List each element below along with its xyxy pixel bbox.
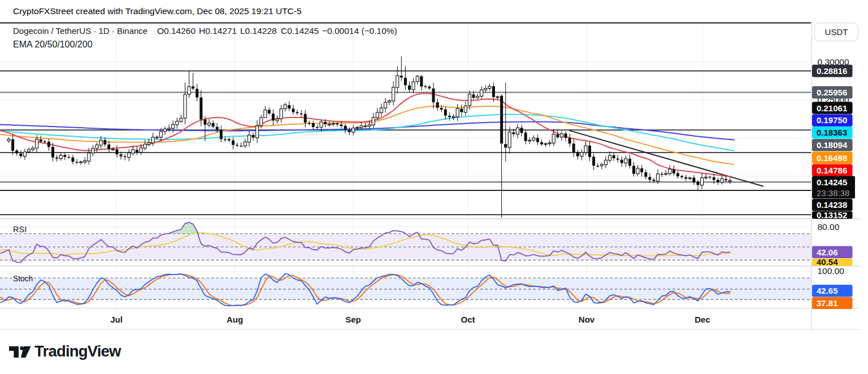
svg-text:TradingView: TradingView — [34, 342, 121, 360]
svg-text:Dec: Dec — [695, 315, 710, 324]
svg-text:USDT: USDT — [825, 27, 848, 37]
svg-text:Nov: Nov — [579, 315, 595, 324]
svg-text:0.18094: 0.18094 — [817, 140, 848, 150]
svg-text:42.06: 42.06 — [817, 247, 838, 257]
svg-text:Sep: Sep — [345, 315, 361, 324]
svg-text:Jul: Jul — [110, 315, 123, 324]
svg-text:40.54: 40.54 — [817, 257, 838, 267]
svg-text:42.65: 42.65 — [817, 286, 838, 295]
svg-text:23:38:38: 23:38:38 — [817, 188, 849, 198]
svg-text:100.00: 100.00 — [818, 266, 845, 276]
svg-text:0.14786: 0.14786 — [817, 166, 847, 175]
svg-text:RSI: RSI — [13, 225, 27, 234]
svg-text:−0.00014 (−0.10%): −0.00014 (−0.10%) — [322, 26, 397, 36]
svg-text:Stoch: Stoch — [13, 275, 33, 283]
svg-text:0.18363: 0.18363 — [817, 128, 847, 137]
svg-text:H0.14271: H0.14271 — [199, 26, 237, 36]
svg-text:Dogecoin / TetherUS · 1D · Bin: Dogecoin / TetherUS · 1D · Binance — [13, 26, 147, 36]
svg-text:C0.14245: C0.14245 — [281, 26, 319, 36]
svg-text:0.16498: 0.16498 — [817, 153, 847, 163]
svg-text:0.14238: 0.14238 — [817, 200, 847, 210]
svg-text:37.81: 37.81 — [817, 298, 838, 308]
svg-text:Aug: Aug — [227, 315, 243, 324]
svg-text:0.25956: 0.25956 — [817, 88, 847, 97]
svg-text:CryptoFXStreet created with Tr: CryptoFXStreet created with TradingView.… — [13, 6, 302, 16]
svg-text:80.00: 80.00 — [818, 222, 840, 232]
svg-text:0.13152: 0.13152 — [817, 210, 847, 220]
svg-text:0.21061: 0.21061 — [817, 103, 847, 113]
svg-text:EMA 20/50/100/200: EMA 20/50/100/200 — [13, 40, 93, 49]
svg-text:L0.14228: L0.14228 — [240, 26, 277, 36]
svg-text:0.28816: 0.28816 — [817, 66, 847, 76]
svg-text:O0.14260: O0.14260 — [157, 26, 196, 36]
svg-text:0.19750: 0.19750 — [817, 115, 847, 125]
svg-text:0.14245: 0.14245 — [817, 177, 847, 187]
svg-text:Oct: Oct — [461, 315, 475, 324]
